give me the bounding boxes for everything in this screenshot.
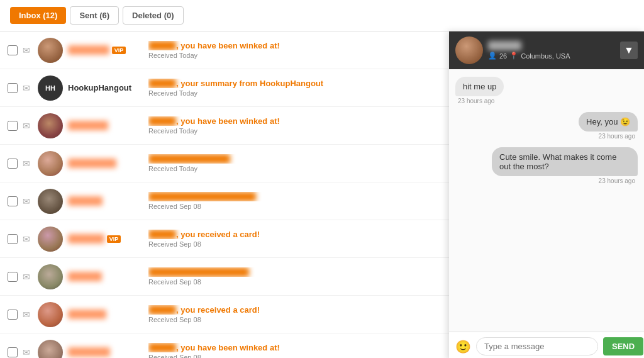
row-checkbox[interactable] bbox=[8, 196, 18, 206]
row-checkbox[interactable] bbox=[8, 347, 18, 357]
message-bubble: Hey, you 😉 bbox=[579, 112, 638, 131]
message-text: hit me up bbox=[463, 82, 496, 91]
main-container: ✉ SkyBlue88 VIP Melissa, you have been w… bbox=[0, 31, 644, 358]
envelope-icon: ✉ bbox=[23, 310, 33, 320]
message-time: 23 hours ago bbox=[458, 98, 494, 104]
envelope-icon: ✉ bbox=[23, 45, 33, 55]
chat-message-outgoing: Cute smile. What makes it come out the m… bbox=[455, 147, 638, 184]
message-time: 23 hours ago bbox=[599, 133, 635, 140]
chat-header: Janett68 👤 26 📍 Columbus, USA ▼ bbox=[449, 31, 644, 69]
envelope-icon: ✉ bbox=[23, 83, 33, 93]
chat-avatar bbox=[455, 36, 483, 64]
tab-deleted[interactable]: Deleted (0) bbox=[123, 6, 183, 25]
avatar bbox=[38, 302, 63, 327]
row-checkbox[interactable] bbox=[8, 310, 18, 320]
chat-message-outgoing: Hey, you 😉 23 hours ago bbox=[455, 112, 638, 140]
avatar bbox=[38, 340, 63, 359]
envelope-icon: ✉ bbox=[23, 121, 33, 131]
age-icon: 👤 bbox=[488, 52, 497, 60]
sender-name: HotStar1 bbox=[68, 272, 143, 281]
row-checkbox[interactable] bbox=[8, 83, 18, 93]
chat-popup: Janett68 👤 26 📍 Columbus, USA ▼ hit me u… bbox=[449, 31, 644, 358]
avatar: HH bbox=[38, 76, 63, 101]
send-button[interactable]: SEND bbox=[603, 337, 643, 355]
sender-name: GloryBee VIP bbox=[68, 234, 143, 243]
avatar bbox=[38, 38, 63, 63]
row-checkbox[interactable] bbox=[8, 159, 18, 169]
chat-messages-area: hit me up 23 hours ago Hey, you 😉 23 hou… bbox=[449, 69, 644, 332]
row-checkbox[interactable] bbox=[8, 45, 18, 55]
message-input[interactable] bbox=[476, 337, 598, 355]
envelope-icon: ✉ bbox=[23, 196, 33, 206]
chat-location: Columbus, USA bbox=[521, 52, 570, 60]
envelope-icon: ✉ bbox=[23, 347, 33, 357]
vip-badge: VIP bbox=[112, 47, 126, 54]
chat-message-incoming: hit me up 23 hours ago bbox=[455, 77, 638, 104]
chat-meta: 👤 26 📍 Columbus, USA bbox=[488, 52, 615, 60]
message-text: Hey, you 😉 bbox=[586, 117, 630, 126]
sender-name: Desireds bbox=[68, 196, 143, 206]
row-checkbox[interactable] bbox=[8, 234, 18, 244]
envelope-icon: ✉ bbox=[23, 272, 33, 282]
vip-badge: VIP bbox=[107, 235, 121, 243]
chat-collapse-button[interactable]: ▼ bbox=[620, 42, 638, 59]
message-content: Melissa, you have been winked at! Receiv… bbox=[148, 41, 482, 59]
chat-age: 26 bbox=[499, 52, 507, 60]
sender-name: underme099 bbox=[68, 159, 143, 168]
row-checkbox[interactable] bbox=[8, 121, 18, 131]
row-checkbox[interactable] bbox=[8, 272, 18, 282]
sender-name: HookupHangout bbox=[68, 83, 143, 92]
chat-input-area: 🙂 SEND bbox=[449, 332, 644, 358]
location-icon: 📍 bbox=[509, 52, 518, 60]
tab-inbox[interactable]: Inbox (12) bbox=[10, 7, 66, 24]
envelope-icon: ✉ bbox=[23, 234, 33, 244]
avatar bbox=[38, 113, 63, 138]
message-bubble: Cute smile. What makes it come out the m… bbox=[492, 147, 638, 176]
avatar bbox=[38, 264, 63, 289]
tab-bar: Inbox (12) Sent (6) Deleted (0) bbox=[0, 0, 644, 31]
avatar bbox=[38, 227, 63, 252]
envelope-icon: ✉ bbox=[23, 159, 33, 169]
chat-username: Janett68 bbox=[488, 41, 615, 50]
avatar bbox=[38, 189, 63, 214]
message-date: Received Today bbox=[148, 52, 482, 59]
avatar bbox=[38, 151, 63, 176]
message-time: 23 hours ago bbox=[599, 177, 635, 184]
sender-name: SkyBlue88 VIP bbox=[68, 45, 143, 55]
chat-header-info: Janett68 👤 26 📍 Columbus, USA bbox=[488, 41, 615, 60]
sender-name: PeachFuzz bbox=[68, 347, 143, 357]
emoji-button[interactable]: 🙂 bbox=[455, 339, 471, 354]
tab-sent[interactable]: Sent (6) bbox=[70, 6, 119, 25]
message-text: Cute smile. What makes it come out the m… bbox=[499, 152, 616, 171]
sender-name: BabyGirl1 bbox=[68, 310, 143, 319]
message-subject: Melissa, you have been winked at! bbox=[148, 41, 482, 50]
sender-name: BeauRose bbox=[68, 121, 143, 130]
message-bubble: hit me up bbox=[455, 77, 504, 96]
